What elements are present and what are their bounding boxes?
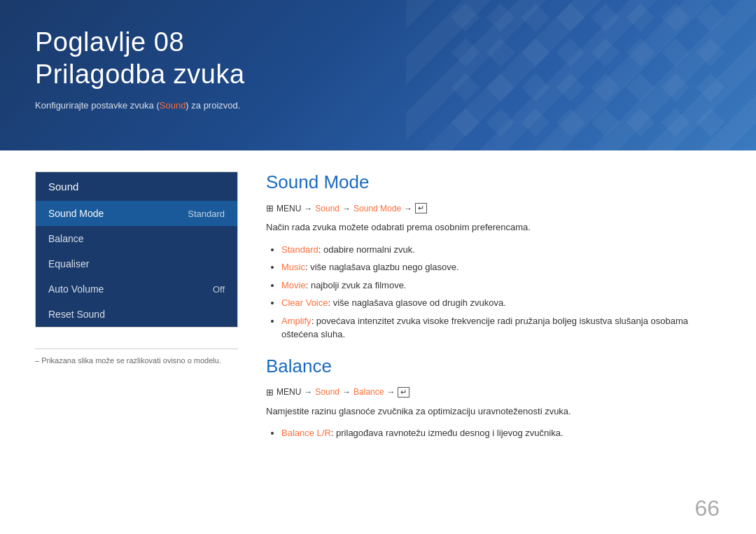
list-item: Clear Voice: više naglašava glasove od d… <box>281 296 721 310</box>
main-content: Sound Sound Mode Standard Balance Equali… <box>0 150 756 468</box>
sound-mode-title: Sound Mode <box>266 171 721 193</box>
content-area: Sound Mode ⊞ MENU → Sound → Sound Mode →… <box>266 171 721 454</box>
list-item: Balance L/R: prilagođava ravnotežu izmeđ… <box>281 426 721 440</box>
chapter-subtitle: Konfigurirajte postavke zvuka (Sound) za… <box>35 100 245 111</box>
menu-item-label: Reset Sound <box>48 309 105 320</box>
header-banner: Poglavlje 08 Prilagodba zvuka Konfigurir… <box>0 0 756 150</box>
balance-title: Balance <box>266 356 721 377</box>
menu-icon: ⊞ <box>266 387 274 398</box>
menu-item-label: Balance <box>48 233 84 244</box>
balance-section: Balance ⊞ MENU → Sound → Balance → ↵ Nam… <box>266 356 721 440</box>
menu-item-auto-volume[interactable]: Auto Volume Off <box>36 276 237 302</box>
enter-icon: ↵ <box>398 387 410 398</box>
path-sound: Sound <box>315 204 340 213</box>
path-balance: Balance <box>354 387 384 397</box>
menu-item-label: Auto Volume <box>48 283 104 295</box>
balance-bullets: Balance L/R: prilagođava ravnotežu izmeđ… <box>266 426 721 440</box>
list-item: Amplify: povećava intenzitet zvuka visok… <box>281 314 721 342</box>
decorative-pattern <box>448 0 742 150</box>
page-number: 66 <box>694 496 720 521</box>
menu-item-balance[interactable]: Balance <box>36 226 237 251</box>
menu-icon: ⊞ <box>266 203 274 213</box>
sidebar: Sound Sound Mode Standard Balance Equali… <box>35 171 238 454</box>
menu-item-label: Sound Mode <box>48 208 104 219</box>
path-prefix: MENU <box>276 387 301 397</box>
list-item: Movie: najbolji zvuk za filmove. <box>281 279 721 293</box>
sound-mode-bullets: Standard: odabire normalni zvuk. Music: … <box>266 243 721 342</box>
menu-item-equaliser[interactable]: Equaliser <box>36 251 237 276</box>
list-item: Music: više naglašava glazbu nego glasov… <box>281 260 721 274</box>
menu-item-value: Off <box>213 284 225 295</box>
sound-mode-menu-path: ⊞ MENU → Sound → Sound Mode → ↵ <box>266 203 721 213</box>
path-sound: Sound <box>315 387 340 397</box>
path-sound-mode: Sound Mode <box>354 204 401 213</box>
sidebar-note: – Prikazana slika može se razlikovati ov… <box>35 349 238 365</box>
sound-mode-section: Sound Mode ⊞ MENU → Sound → Sound Mode →… <box>266 171 721 342</box>
menu-item-sound-mode[interactable]: Sound Mode Standard <box>36 201 237 226</box>
path-prefix: MENU <box>276 204 301 213</box>
menu-item-value: Standard <box>188 209 225 219</box>
menu-item-label: Equaliser <box>48 258 89 269</box>
header-text: Poglavlje 08 Prilagodba zvuka Konfigurir… <box>35 27 245 111</box>
balance-description: Namjestite razinu glasnoće zvučnika za o… <box>266 405 721 419</box>
list-item: Standard: odabire normalni zvuk. <box>281 243 721 257</box>
menu-header: Sound <box>36 172 237 201</box>
menu-item-reset-sound[interactable]: Reset Sound <box>36 302 237 327</box>
menu-container: Sound Sound Mode Standard Balance Equali… <box>35 171 238 328</box>
balance-menu-path: ⊞ MENU → Sound → Balance → ↵ <box>266 387 721 398</box>
sound-mode-description: Način rada zvuka možete odabrati prema o… <box>266 220 721 234</box>
enter-icon: ↵ <box>415 203 427 213</box>
chapter-title: Poglavlje 08 Prilagodba zvuka <box>35 27 245 90</box>
